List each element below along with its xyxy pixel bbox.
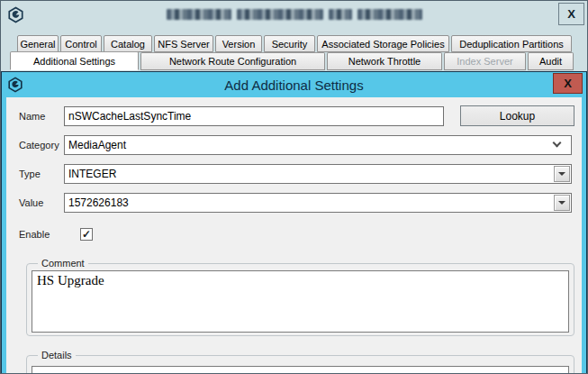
tab-network-throttle[interactable]: Network Throttle bbox=[327, 52, 442, 70]
tab-catalog[interactable]: Catalog bbox=[104, 35, 152, 52]
details-textarea[interactable] bbox=[32, 366, 569, 374]
details-label: Details bbox=[38, 350, 76, 360]
category-value[interactable] bbox=[65, 136, 554, 154]
properties-tab-control: General Control Catalog NFS Server Versi… bbox=[1, 35, 587, 70]
value-combobox[interactable] bbox=[64, 193, 572, 213]
value-label: Value bbox=[19, 197, 64, 208]
dialog-title: Add Additional Settings bbox=[2, 78, 586, 93]
type-dropdown-button[interactable] bbox=[554, 166, 570, 182]
enable-checkbox[interactable]: ✓ bbox=[80, 228, 93, 241]
type-label: Type bbox=[19, 169, 64, 179]
comment-groupbox: Comment HS Upgrade bbox=[26, 263, 574, 336]
value-input[interactable] bbox=[65, 194, 554, 212]
window-close-button[interactable]: X bbox=[558, 3, 584, 25]
lookup-button[interactable]: Lookup bbox=[460, 105, 574, 126]
dialog-body: Name Lookup Category Type bbox=[6, 97, 582, 374]
tab-deduplication-partitions[interactable]: Deduplication Partitions bbox=[451, 35, 572, 52]
tab-network-route-configuration[interactable]: Network Route Configuration bbox=[140, 52, 325, 70]
window-titlebar: X bbox=[1, 1, 587, 28]
tab-index-server: Index Server bbox=[444, 52, 526, 70]
comment-textarea[interactable]: HS Upgrade bbox=[32, 270, 569, 333]
name-row: Name Lookup bbox=[19, 105, 572, 126]
tab-audit[interactable]: Audit bbox=[528, 52, 574, 70]
tab-security[interactable]: Security bbox=[264, 35, 315, 52]
check-icon: ✓ bbox=[82, 229, 91, 240]
tab-associated-storage-policies[interactable]: Associated Storage Policies bbox=[317, 35, 449, 52]
chevron-down-icon[interactable] bbox=[553, 139, 562, 148]
tab-version[interactable]: Version bbox=[215, 35, 262, 52]
tab-row-2: Additional Settings Network Route Config… bbox=[10, 52, 587, 70]
enable-label: Enable bbox=[19, 229, 64, 240]
category-dropdown[interactable] bbox=[64, 135, 572, 155]
enable-row: Enable ✓ bbox=[19, 223, 572, 244]
tab-row-1: General Control Catalog NFS Server Versi… bbox=[17, 35, 587, 52]
type-combobox[interactable] bbox=[64, 164, 572, 184]
type-value[interactable] bbox=[65, 165, 554, 183]
dialog-titlebar: Add Additional Settings X bbox=[2, 72, 586, 97]
mediaagent-properties-window: X General Control Catalog NFS Server Ver… bbox=[0, 0, 588, 374]
name-label: Name bbox=[19, 111, 64, 122]
add-additional-settings-dialog: Add Additional Settings X Name Lookup Ca… bbox=[1, 71, 587, 374]
type-row: Type bbox=[19, 163, 572, 184]
window-title-redacted bbox=[1, 9, 587, 20]
dropdown-arrow-icon bbox=[558, 172, 565, 176]
tab-control[interactable]: Control bbox=[60, 35, 102, 52]
category-label: Category bbox=[19, 140, 64, 151]
name-input[interactable] bbox=[64, 106, 444, 126]
dropdown-arrow-icon bbox=[558, 201, 565, 205]
value-row: Value bbox=[19, 192, 572, 213]
dialog-close-button[interactable]: X bbox=[553, 73, 583, 94]
comment-label: Comment bbox=[38, 258, 88, 269]
tab-general[interactable]: General bbox=[17, 35, 59, 52]
tab-additional-settings[interactable]: Additional Settings bbox=[10, 51, 139, 70]
details-groupbox: Details bbox=[26, 355, 574, 374]
value-dropdown-button[interactable] bbox=[554, 195, 570, 211]
tab-nfs-server[interactable]: NFS Server bbox=[154, 35, 213, 52]
category-row: Category bbox=[19, 134, 572, 155]
